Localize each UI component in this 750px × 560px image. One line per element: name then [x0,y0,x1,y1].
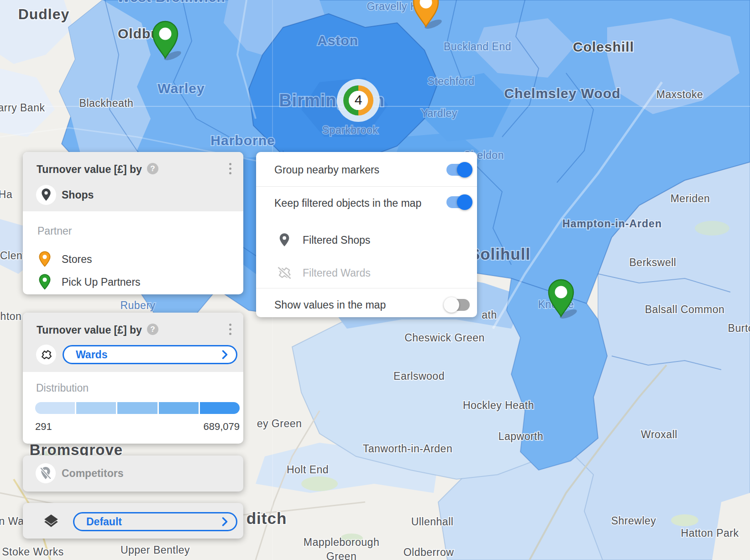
pin-icon [40,188,52,202]
distribution-segment [76,402,116,414]
pickup-pin-icon [37,274,52,290]
map-label: Warley [157,81,205,96]
chevron-right-icon [222,517,228,526]
map-label: arry Bank [0,102,45,114]
map-label: Oldberrow [404,546,454,558]
map-label: Stoke Works [2,546,63,558]
more-menu-icon[interactable] [229,324,231,335]
setting-label: Keep filtered objects in the map [274,197,421,209]
pin-off-icon [40,466,52,480]
map-label: Upper Bentley [121,544,190,556]
map-label: Buckland End [444,41,511,52]
partner-section-label: Partner [37,225,72,237]
map-label: Tanworth-in-Arden [363,443,452,455]
map-label: Aston [317,33,358,48]
map-settings-panel: Group nearby markers Keep filtered objec… [256,152,477,317]
help-icon[interactable]: ? [147,324,158,335]
help-icon[interactable]: ? [147,163,158,174]
map-label: Coleshill [573,39,634,54]
distribution-max: 689,079 [203,421,240,433]
map-label: Cheswick Green [404,332,485,344]
competitors-label: Competitors [62,467,123,480]
map-label: n Wa [0,515,24,527]
ward-off-icon [277,266,292,280]
map-label: Balsall Common [645,304,724,315]
more-menu-icon[interactable] [229,163,231,174]
map-label: Solihull [469,245,530,263]
distribution-bar [35,402,240,414]
setting-label: Show values in the map [274,299,386,311]
map-label: ey Green [257,418,302,429]
distribution-segment [117,402,157,414]
map-label: ditch [247,509,287,527]
map-label: Rubery [120,299,155,311]
map-label: Ha [0,188,12,200]
distribution-label: Distribution [36,382,89,394]
map-label: Ullenhall [411,516,454,528]
shops-layer-label[interactable]: Shops [62,189,94,201]
legend-label: Stores [62,253,92,266]
map-label: Yardley [421,107,457,119]
show-values-toggle[interactable] [445,299,470,311]
pin-icon [278,233,291,247]
map-label: Lapworth [498,430,544,442]
layer-style-label: Default [86,516,122,528]
wards-selector[interactable]: Wards [63,345,237,364]
map-label: Hatton Park [681,527,739,539]
map-label: ath [482,309,497,321]
map-label: Harborne [210,133,275,148]
panel-title: Turnover value [£] by [37,163,142,176]
map-label: Chelmsley Wood [504,86,620,101]
map-label: Green [326,550,357,560]
map-label: Maxstoke [656,89,703,100]
distribution-segment [200,402,240,414]
map-label: Berkswell [629,256,677,268]
map-label: Dudley [18,6,70,22]
ward-shape-badge[interactable] [36,345,56,365]
competitors-off-badge[interactable] [36,463,56,483]
distribution-segment [35,402,75,414]
map-label: Burton [728,322,750,334]
distribution-min: 291 [35,421,52,433]
map-app: West BromwichDudleyOldburyGravelly HillA… [0,0,750,560]
layer-style-selector[interactable]: Default [73,512,237,531]
map-label: Shrewley [611,515,656,527]
distribution-segment [159,402,199,414]
map-label: West Bromwich [117,0,226,5]
competitors-panel[interactable]: Competitors [23,455,243,492]
wards-selector-label: Wards [76,349,107,361]
legend-label: Pick Up Partners [62,276,141,288]
map-label: Sparkbrook [322,124,378,136]
group-markers-toggle[interactable] [446,164,471,176]
keep-filtered-toggle[interactable] [446,196,471,208]
setting-label: Group nearby markers [274,164,379,176]
setting-label: Filtered Wards [303,267,371,279]
map-label: Stechford [428,75,475,87]
shops-pin-badge[interactable] [36,185,56,205]
map-label: Wroxall [641,429,677,440]
map-label: Holt End [287,464,329,476]
layer-style-panel: Default [23,503,243,539]
map-label: Blackheath [79,97,134,109]
wards-layer-panel: Turnover value [£] by ? Wards Distributi… [23,313,243,444]
map-label: Clent [0,250,26,262]
cluster-count: 4 [355,92,362,107]
ward-icon [40,349,52,361]
map-label: Hockley Heath [463,399,534,411]
store-pin-icon [37,251,52,267]
shops-layer-panel: Turnover value [£] by ? Shops Partner St… [23,152,243,294]
chevron-right-icon [222,350,228,359]
map-label: Mappleborough [304,536,379,548]
layers-icon [43,514,59,529]
map-label: Earlswood [393,370,445,382]
map-label: Hampton-in-Arden [562,218,662,230]
cluster-marker[interactable]: 4 [337,79,380,122]
map-label: Meriden [671,193,710,204]
setting-label: Filtered Shops [303,234,370,246]
panel-title: Turnover value [£] by [37,324,142,336]
shops-layer-header [23,152,243,211]
map-label: hton [0,310,22,322]
